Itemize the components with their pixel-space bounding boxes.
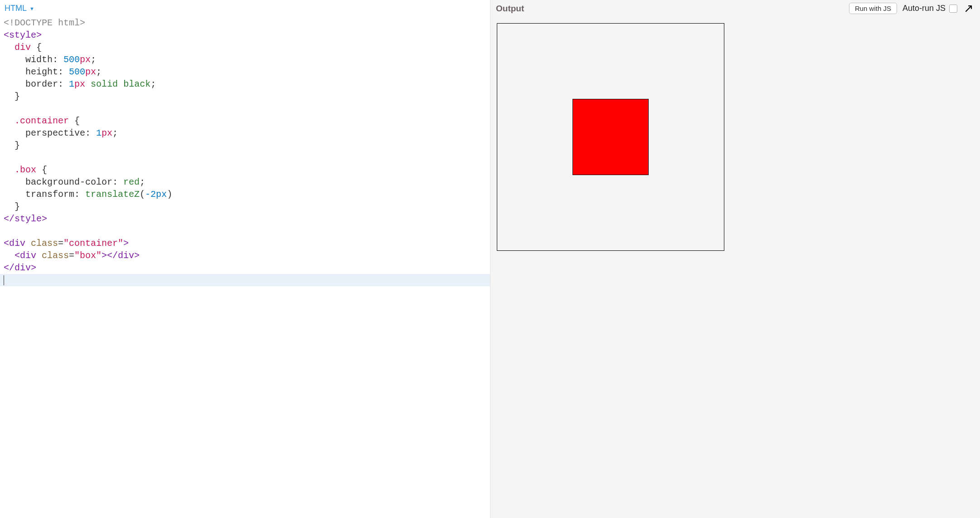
expand-icon[interactable] <box>963 5 975 13</box>
language-label: HTML <box>5 4 27 13</box>
autorun-label: Auto-run JS <box>902 4 946 13</box>
run-button[interactable]: Run with JS <box>849 3 897 14</box>
preview-area <box>490 17 980 518</box>
output-pane: Output Run with JS Auto-run JS <box>490 0 980 518</box>
autorun-checkbox[interactable] <box>949 5 957 13</box>
language-selector[interactable]: HTML ▼ <box>0 0 490 15</box>
app-root: HTML ▼ <!DOCTYPE html><style> div { widt… <box>0 0 980 518</box>
chevron-down-icon: ▼ <box>29 6 34 11</box>
code-editor[interactable]: <!DOCTYPE html><style> div { width: 500p… <box>0 15 490 518</box>
output-header: Output Run with JS Auto-run JS <box>490 0 980 17</box>
preview-box <box>572 99 649 175</box>
output-title: Output <box>496 4 524 14</box>
preview-container <box>497 23 724 251</box>
editor-pane: HTML ▼ <!DOCTYPE html><style> div { widt… <box>0 0 490 518</box>
autorun-toggle[interactable]: Auto-run JS <box>902 4 957 13</box>
